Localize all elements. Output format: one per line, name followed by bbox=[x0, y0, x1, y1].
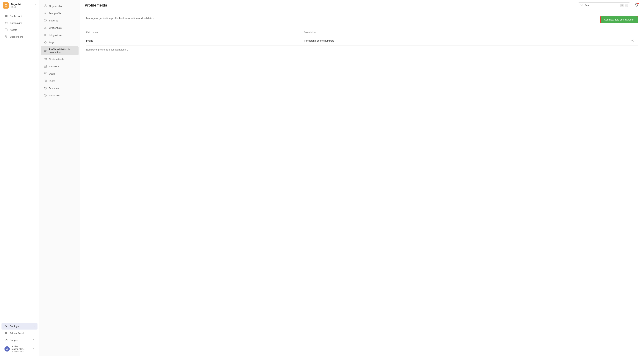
secondary-nav-label: Organization bbox=[49, 5, 63, 7]
svg-point-35 bbox=[581, 4, 582, 6]
secondary-nav-credentials[interactable]: Credentials bbox=[41, 24, 78, 31]
secondary-nav-label: Profile validation & automation bbox=[49, 48, 76, 53]
secondary-nav-rules[interactable]: Rules bbox=[41, 77, 78, 84]
svg-point-7 bbox=[6, 35, 7, 36]
tags-icon bbox=[44, 41, 47, 44]
svg-rect-12 bbox=[6, 333, 7, 334]
shortcut-symbol: ⌘ bbox=[620, 4, 624, 7]
svg-point-31 bbox=[46, 72, 46, 73]
secondary-nav-label: Rules bbox=[49, 80, 56, 82]
settings-icon bbox=[4, 325, 8, 328]
search-bar[interactable]: ⌘ K bbox=[578, 2, 630, 8]
campaigns-icon bbox=[4, 21, 8, 24]
svg-rect-29 bbox=[44, 67, 46, 67]
secondary-nav-partitions[interactable]: Partitions bbox=[41, 63, 78, 70]
sidebar-item-dashboard[interactable]: Dashboard bbox=[2, 13, 38, 19]
col-header-field-name: Field name bbox=[86, 31, 304, 34]
sidebar-item-settings[interactable]: Settings › bbox=[2, 323, 38, 330]
notification-bell[interactable] bbox=[633, 2, 640, 9]
svg-rect-15 bbox=[45, 5, 46, 5]
sidebar-item-label: Support bbox=[10, 339, 18, 342]
user-info-block: abbie-roshan.alag... Administrator bbox=[12, 345, 31, 353]
svg-point-36 bbox=[632, 40, 633, 41]
user-chevron-icon: ⌃ bbox=[33, 348, 34, 350]
assets-icon bbox=[4, 28, 8, 31]
sidebar-item-support[interactable]: Support ⌃ bbox=[2, 337, 38, 343]
search-input[interactable] bbox=[584, 4, 619, 7]
admin-panel-icon bbox=[4, 332, 8, 335]
org-icon bbox=[44, 4, 47, 8]
secondary-nav-advanced[interactable]: Advanced bbox=[41, 92, 78, 99]
svg-rect-23 bbox=[44, 51, 46, 52]
secondary-nav-label: Integrations bbox=[49, 34, 62, 36]
svg-point-14 bbox=[6, 341, 6, 341]
sidebar-item-subscribers[interactable]: Subscribers bbox=[2, 33, 38, 40]
top-bar: Profile fields ⌘ K bbox=[80, 0, 644, 11]
settings-chevron-icon: › bbox=[34, 325, 34, 327]
page-title: Profile fields bbox=[85, 3, 575, 7]
main-content: Profile fields ⌘ K Manage organization p… bbox=[80, 0, 644, 356]
sidebar-item-label: Dashboard bbox=[10, 15, 22, 17]
sidebar-item-label: Campaigns bbox=[10, 22, 22, 24]
svg-rect-22 bbox=[44, 50, 46, 51]
dashboard-icon bbox=[4, 14, 8, 18]
col-header-actions bbox=[630, 31, 638, 34]
security-icon bbox=[44, 19, 47, 22]
sidebar-item-label: Assets bbox=[10, 28, 17, 31]
nav-bottom: Settings › Admin Panel › Support ⌃ A abb… bbox=[0, 321, 39, 356]
cell-field-name: phone bbox=[86, 39, 304, 42]
secondary-nav-label: Credentials bbox=[49, 26, 62, 29]
table-row: phone Formatting phone numbers bbox=[86, 36, 638, 46]
svg-rect-26 bbox=[46, 58, 47, 60]
add-field-configuration-button[interactable]: Add new field configuration bbox=[600, 16, 638, 23]
credentials-icon bbox=[44, 26, 47, 29]
secondary-nav-profile-validation[interactable]: Profile validation & automation bbox=[41, 46, 78, 55]
secondary-nav-organization[interactable]: Organization bbox=[41, 2, 78, 9]
shortcut-key: K bbox=[624, 4, 628, 7]
secondary-nav-label: Custom fields bbox=[49, 58, 64, 60]
secondary-nav-users[interactable]: Users bbox=[41, 70, 78, 77]
secondary-nav-label: Advanced bbox=[49, 94, 60, 97]
sidebar-item-campaigns[interactable]: Campaigns bbox=[2, 19, 38, 26]
user-name: abbie-roshan.alag... bbox=[12, 345, 31, 351]
svg-rect-17 bbox=[46, 6, 47, 6]
avatar: A bbox=[4, 346, 10, 352]
domains-icon bbox=[44, 86, 47, 90]
col-header-description: Description bbox=[304, 31, 630, 34]
svg-point-8 bbox=[6, 326, 7, 327]
integrations-icon bbox=[44, 33, 47, 37]
row-settings-button[interactable] bbox=[630, 38, 635, 43]
partitions-icon bbox=[44, 65, 47, 68]
secondary-nav-label: Partitions bbox=[49, 65, 59, 68]
app-name-block: Taguchi ID 12 bbox=[11, 3, 33, 8]
svg-rect-25 bbox=[45, 58, 46, 60]
secondary-nav-test-profile[interactable]: Test profile bbox=[41, 10, 78, 17]
sidebar-item-label: Settings bbox=[10, 325, 19, 328]
app-id: ID 12 bbox=[11, 6, 33, 8]
secondary-nav-label: Security bbox=[49, 19, 58, 22]
content-header: Manage organization profile field automa… bbox=[86, 16, 638, 23]
logo-chevron-icon: ⌃ bbox=[34, 4, 36, 7]
test-profile-icon bbox=[44, 11, 47, 15]
users-icon bbox=[44, 72, 47, 75]
rules-icon bbox=[44, 79, 47, 83]
svg-point-20 bbox=[44, 41, 45, 42]
secondary-nav-label: Users bbox=[49, 72, 56, 75]
sidebar-item-assets[interactable]: Assets bbox=[2, 26, 38, 33]
user-profile-item[interactable]: A abbie-roshan.alag... Administrator ⌃ bbox=[2, 344, 38, 354]
logo-area[interactable]: Taguchi ID 12 ⌃ bbox=[0, 0, 39, 11]
svg-point-30 bbox=[44, 72, 46, 74]
svg-point-19 bbox=[44, 27, 46, 28]
svg-rect-24 bbox=[44, 58, 45, 60]
secondary-nav-domains[interactable]: Domains bbox=[41, 85, 78, 92]
sidebar-item-admin-panel[interactable]: Admin Panel › bbox=[2, 330, 38, 337]
cell-description: Formatting phone numbers bbox=[304, 39, 630, 42]
secondary-nav-label: Test profile bbox=[49, 12, 61, 15]
advanced-icon bbox=[44, 94, 47, 97]
secondary-nav-tags[interactable]: Tags bbox=[41, 39, 78, 46]
main-sidebar: Taguchi ID 12 ⌃ Dashboard Campaigns Asse… bbox=[0, 0, 39, 356]
profile-validation-icon bbox=[44, 49, 47, 52]
secondary-nav-security[interactable]: Security bbox=[41, 17, 78, 24]
secondary-nav-integrations[interactable]: Integrations bbox=[41, 31, 78, 38]
secondary-nav-custom-fields[interactable]: Custom fields bbox=[41, 55, 78, 63]
